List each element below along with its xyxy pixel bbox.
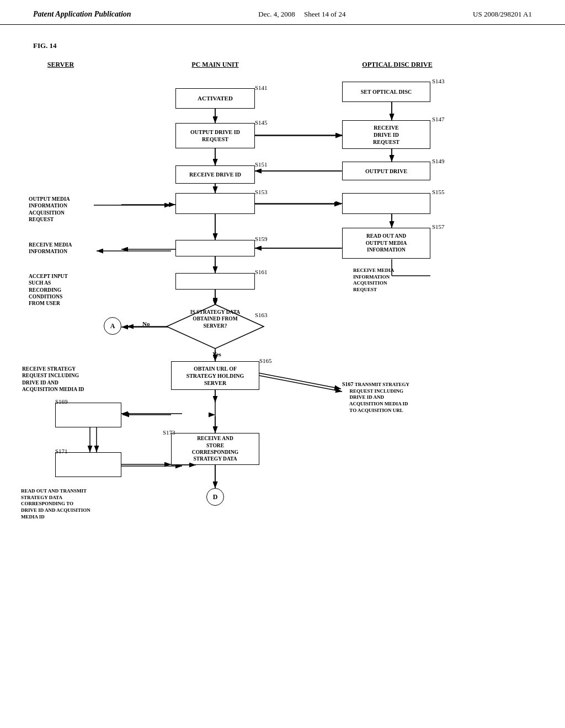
label-accept-input: ACCEPT INPUTSUCH ASRECORDINGCONDITIONSFR… [29,273,100,307]
label-receive-media-acq: RECEIVE MEDIAINFORMATIONACQUISITIONREQUE… [353,267,441,293]
label-no: No [142,320,150,328]
step-s147: S147 [432,116,445,122]
box-activated: ACTIVATED [175,88,255,109]
label-read-transmit: READ OUT AND TRANSMITSTRATEGY DATACORRES… [21,488,106,520]
col-pc-main: PC MAIN UNIT [171,61,259,69]
box-s157: READ OUT AND OUTPUT MEDIA INFORMATION [342,228,430,259]
col-optical: OPTICAL DISC DRIVE [353,61,441,69]
step-s159: S159 [255,235,268,242]
box-s169 [55,403,121,427]
box-receive-drive-id: RECEIVE DRIVE ID [175,165,255,184]
header-center: Dec. 4, 2008 Sheet 14 of 24 [258,10,345,19]
step-s157: S157 [432,223,445,230]
label-receive-media-info: RECEIVE MEDIAINFORMATION [29,242,95,255]
box-s173: RECEIVE AND STORE CORRESPONDING STRATEGY… [171,433,259,465]
box-s161 [175,273,255,290]
step-s141: S141 [255,84,268,91]
svg-line-48 [259,376,342,392]
header-right: US 2008/298201 A1 [473,10,532,19]
connector-d: D [206,488,224,506]
label-receive-strategy-req: RECEIVE STRATEGYREQUEST INCLUDINGDRIVE I… [22,366,99,393]
box-s159 [175,240,255,256]
label-output-media-info: OUTPUT MEDIAINFORMATIONACQUISITIONREQUES… [29,196,95,223]
fig-label: FIG. 14 [33,41,57,50]
svg-line-17 [255,372,341,389]
label-transmit-strategy: S167 TRANSMIT STRATEGY REQUEST INCLUDING… [342,381,452,414]
box-s165: OBTAIN URL OF STRATEGY HOLDING SERVER [171,361,259,390]
diamond-s163: IS STRATEGY DATAOBTAINED FROMSERVER? [166,303,265,350]
header-left: Patent Application Publication [33,10,131,19]
connector-a: A [104,317,121,335]
step-s165: S165 [259,357,272,364]
step-s173: S173 [163,429,175,436]
box-receive-drive-req: RECEIVE DRIVE ID REQUEST [342,120,430,149]
diagram-area: FIG. 14 SERVER PC MAIN UNIT OPTICAL DISC… [0,25,565,709]
step-s143: S143 [432,78,445,84]
box-s171 [55,452,121,477]
step-s155: S155 [432,189,445,195]
box-output-drive: OUTPUT DRIVE [342,162,430,180]
step-s169: S169 [55,398,68,405]
step-s151: S151 [255,161,268,168]
step-s145: S145 [255,119,268,126]
step-s161: S161 [255,269,268,275]
header: Patent Application Publication Dec. 4, 2… [0,0,565,25]
box-s153 [175,193,255,214]
label-yes: Yes [212,350,221,358]
box-s155 [342,193,430,214]
box-output-drive-req: OUTPUT DRIVE ID REQUEST [175,123,255,148]
step-s153: S153 [255,189,268,195]
step-s149: S149 [432,158,445,164]
box-set-optical: SET OPTICAL DISC [342,82,430,102]
step-s171: S171 [55,448,68,454]
col-server: SERVER [30,61,91,69]
step-s163: S163 [255,312,268,318]
